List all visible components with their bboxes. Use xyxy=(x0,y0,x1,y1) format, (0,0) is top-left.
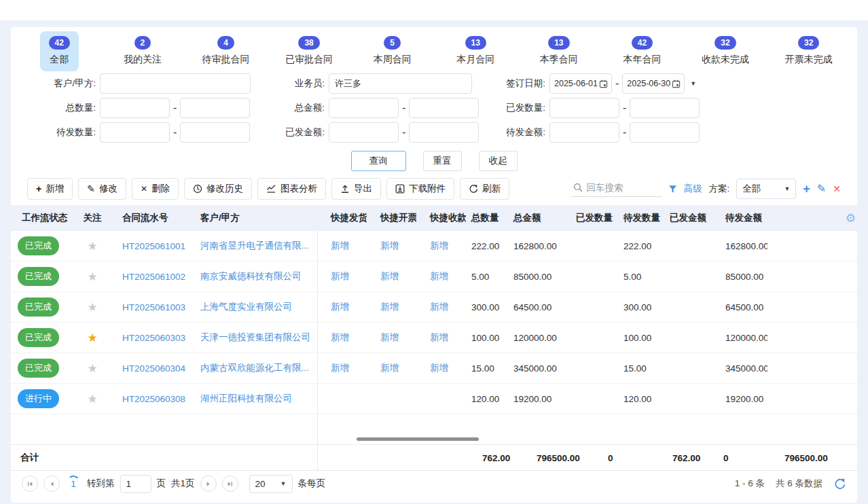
export-button[interactable]: 导出 xyxy=(331,178,381,200)
pending-qty-min-input[interactable] xyxy=(100,122,170,143)
next-page-button[interactable] xyxy=(200,475,217,492)
tab-inner[interactable]: 13 本月合同 xyxy=(448,31,503,71)
tab-item[interactable]: 13 本月合同 xyxy=(434,31,518,67)
sign-date-from[interactable]: 2025-06-01 xyxy=(549,73,612,94)
quick-collect-add-link[interactable]: 新增 xyxy=(430,240,448,251)
salesman-input[interactable] xyxy=(329,73,472,94)
quick-collect-add-link[interactable]: 新增 xyxy=(430,271,448,281)
pending-amount-max-input[interactable] xyxy=(630,122,700,143)
chart-analysis-button[interactable]: 图表分析 xyxy=(257,178,326,200)
customer-link[interactable]: 河南省昱升电子通信有限... xyxy=(200,240,309,251)
download-attachment-button[interactable]: 下载附件 xyxy=(386,178,454,200)
date-preset-caret-icon[interactable]: ▼ xyxy=(690,80,696,87)
collapse-button[interactable]: 收起 xyxy=(479,151,518,171)
scheme-edit-icon[interactable]: ✎ xyxy=(817,183,826,194)
quick-collect-add-link[interactable]: 新增 xyxy=(430,332,448,342)
tab-inner[interactable]: 42 全部 xyxy=(40,31,79,71)
quick-invoice-add-link[interactable]: 新增 xyxy=(380,302,399,312)
tab-inner[interactable]: 38 已审批合同 xyxy=(276,31,342,71)
quick-collect-add-link[interactable]: 新增 xyxy=(430,363,448,373)
contract-serial-link[interactable]: HT2025061002 xyxy=(122,272,185,282)
total-qty-min-input[interactable] xyxy=(100,98,170,118)
star-icon[interactable]: ★ xyxy=(87,362,97,375)
shipped-amount-min-input[interactable] xyxy=(329,122,399,143)
contract-serial-link[interactable]: HT2025060304 xyxy=(122,363,185,374)
tab-item[interactable]: 32 收款未完成 xyxy=(684,31,767,67)
first-page-button[interactable] xyxy=(22,475,38,492)
quick-ship-add-link[interactable]: 新增 xyxy=(331,271,349,281)
tab-inner[interactable]: 13 本季合同 xyxy=(531,31,587,71)
add-button[interactable]: + 新增 xyxy=(27,178,73,200)
customer-input[interactable] xyxy=(100,73,251,94)
star-icon[interactable]: ★ xyxy=(87,240,97,253)
total-amount-max-input[interactable] xyxy=(409,98,479,118)
quick-invoice-add-link[interactable]: 新增 xyxy=(380,363,399,373)
last-page-button[interactable] xyxy=(222,475,238,492)
current-page-indicator[interactable]: 1 xyxy=(65,475,82,492)
star-icon[interactable]: ★ xyxy=(87,270,97,283)
customer-link[interactable]: 内蒙古双欣能源化工有限... xyxy=(200,363,309,373)
customer-link[interactable]: 湖州正阳科技有限公司 xyxy=(200,393,292,403)
customer-link[interactable]: 上海气度实业有限公司 xyxy=(200,302,292,312)
quick-ship-add-link[interactable]: 新增 xyxy=(331,332,349,342)
reset-button[interactable]: 重置 xyxy=(423,151,462,171)
column-settings-gear-icon[interactable]: ⚙ xyxy=(846,211,856,226)
reload-icon[interactable] xyxy=(833,478,846,490)
quick-invoice-add-link[interactable]: 新增 xyxy=(380,240,399,251)
tab-inner[interactable]: 32 开票未完成 xyxy=(776,31,842,71)
sign-date-to[interactable]: 2025-06-30 xyxy=(622,73,685,94)
tab-item[interactable]: 38 已审批合同 xyxy=(268,31,351,67)
pending-qty-max-input[interactable] xyxy=(180,122,250,143)
query-button[interactable]: 查询 xyxy=(351,151,406,171)
tab-inner[interactable]: 32 收款未完成 xyxy=(693,31,758,71)
advanced-link[interactable]: 高级 xyxy=(684,183,702,195)
refresh-button[interactable]: 刷新 xyxy=(460,178,509,200)
tab-inner[interactable]: 2 我的关注 xyxy=(115,31,170,71)
search-box[interactable] xyxy=(572,181,662,197)
tab-item[interactable]: 13 本季合同 xyxy=(518,31,601,67)
table-row[interactable]: 已完成 ★ HT2025060304 内蒙古双欣能源化工有限... 新增 xyxy=(11,353,857,384)
filter-funnel-icon[interactable] xyxy=(668,185,677,194)
history-button[interactable]: 修改历史 xyxy=(184,178,252,200)
shipped-qty-min-input[interactable] xyxy=(549,98,619,118)
quick-ship-add-link[interactable]: 新增 xyxy=(331,363,349,373)
table-row[interactable]: 进行中 ★ HT2025060308 湖州正阳科技有限公司 新增 xyxy=(11,384,857,414)
goto-page-input[interactable] xyxy=(120,475,151,493)
tab-inner[interactable]: 4 待审批合同 xyxy=(193,31,258,71)
customer-link[interactable]: 南京安威德科技有限公司 xyxy=(200,271,302,281)
star-icon[interactable]: ★ xyxy=(87,393,97,406)
scheme-add-icon[interactable]: + xyxy=(803,183,810,195)
tab-item[interactable]: 32 开票未完成 xyxy=(767,31,850,67)
search-input[interactable] xyxy=(587,183,656,193)
contract-serial-link[interactable]: HT2025060303 xyxy=(122,333,185,343)
quick-collect-add-link[interactable]: 新增 xyxy=(430,302,448,312)
modify-button[interactable]: ✎ 修改 xyxy=(78,178,126,200)
scheme-delete-icon[interactable]: ✕ xyxy=(833,184,841,194)
contract-serial-link[interactable]: HT2025061003 xyxy=(122,302,185,312)
tab-item[interactable]: 2 我的关注 xyxy=(101,31,185,67)
quick-ship-add-link[interactable]: 新增 xyxy=(331,302,349,312)
pending-amount-min-input[interactable] xyxy=(549,122,619,143)
table-row[interactable]: 已完成 ★ HT2025061001 河南省昱升电子通信有限... 新增 xyxy=(11,231,857,262)
tab-inner[interactable]: 42 本年合同 xyxy=(614,31,670,71)
total-qty-max-input[interactable] xyxy=(180,98,250,118)
page-size-select[interactable]: 20 ▼ xyxy=(249,475,293,493)
quick-ship-add-link[interactable]: 新增 xyxy=(331,240,349,251)
star-icon[interactable]: ★ xyxy=(87,301,97,314)
contract-serial-link[interactable]: HT2025060308 xyxy=(122,394,185,404)
total-amount-min-input[interactable] xyxy=(329,98,399,118)
delete-button[interactable]: ✕ 删除 xyxy=(132,178,179,200)
tab-item[interactable]: 42 全部 xyxy=(18,31,101,67)
tab-item[interactable]: 4 待审批合同 xyxy=(184,31,268,67)
tab-inner[interactable]: 5 本周合同 xyxy=(365,31,420,71)
horizontal-scrollbar-thumb[interactable] xyxy=(357,437,479,441)
shipped-qty-max-input[interactable] xyxy=(630,98,700,118)
customer-link[interactable]: 天津一德投资集团有限公司 xyxy=(200,332,310,342)
quick-invoice-add-link[interactable]: 新增 xyxy=(380,271,399,281)
table-row[interactable]: 已完成 ★ HT2025061002 南京安威德科技有限公司 新增 xyxy=(11,262,857,292)
table-row[interactable]: 已完成 ★ HT2025060303 天津一德投资集团有限公司 新增 xyxy=(11,323,857,353)
scheme-select[interactable]: 全部 ▼ xyxy=(736,179,796,199)
contract-serial-link[interactable]: HT2025061001 xyxy=(122,241,185,251)
prev-page-button[interactable] xyxy=(43,475,60,492)
shipped-amount-max-input[interactable] xyxy=(409,122,479,143)
